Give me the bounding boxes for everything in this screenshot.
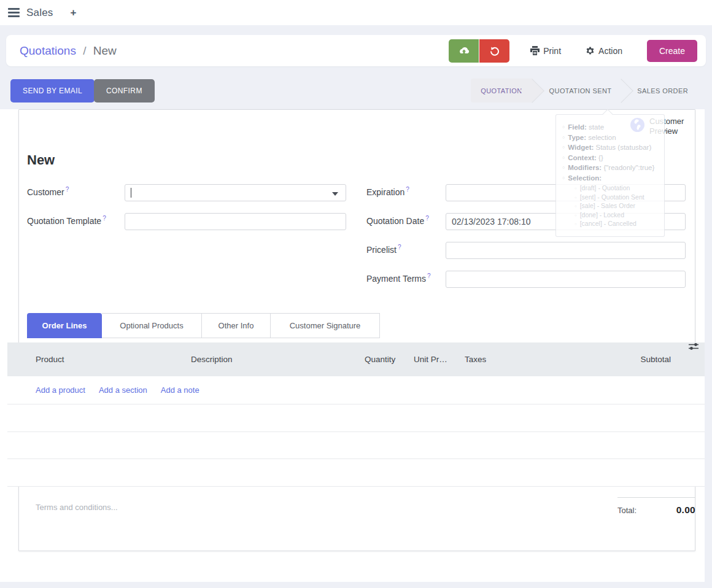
- state-quotation-label: QUOTATION: [481, 87, 522, 95]
- statusbar: QUOTATION QUOTATION SENT SALES ORDER: [471, 79, 698, 103]
- breadcrumb-separator: /: [83, 44, 86, 57]
- quotation-template-label: Quotation Template?: [27, 215, 106, 226]
- customer-input[interactable]: [125, 184, 346, 201]
- help-marker: ?: [66, 186, 69, 193]
- printer-icon: [530, 46, 540, 55]
- tab-other-info[interactable]: Other Info: [202, 313, 271, 338]
- help-marker: ?: [425, 215, 429, 222]
- optional-columns-icon[interactable]: [689, 342, 698, 351]
- state-quotation-sent[interactable]: QUOTATION SENT: [532, 79, 622, 103]
- tab-customer-signature[interactable]: Customer Signature: [271, 313, 380, 338]
- total-divider: [617, 497, 695, 498]
- help-marker: ?: [103, 215, 106, 222]
- table-add-row: Add a product Add a section Add a note: [7, 376, 705, 404]
- pricelist-label: Pricelist?: [366, 244, 401, 255]
- total-label: Total:: [617, 506, 637, 515]
- print-menu[interactable]: Print: [530, 46, 561, 56]
- tooltip-selection-list: [draft] - Quotation [sent] - Quotation S…: [575, 184, 658, 229]
- add-a-note-link[interactable]: Add a note: [161, 385, 199, 395]
- print-label: Print: [543, 46, 561, 56]
- expiration-label: Expiration?: [366, 186, 409, 197]
- column-quantity[interactable]: Quantity: [365, 342, 397, 376]
- tab-order-lines[interactable]: Order Lines: [27, 313, 102, 338]
- terms-and-conditions-input[interactable]: Terms and conditions...: [36, 503, 118, 512]
- total-row: Total: 0.00: [617, 505, 695, 516]
- help-marker: ?: [427, 273, 431, 279]
- chevron-down-icon[interactable]: [332, 192, 338, 196]
- breadcrumb: Quotations / New: [20, 44, 117, 58]
- column-taxes[interactable]: Taxes: [465, 342, 486, 376]
- debug-field-tooltip: Field: state Type: selection Widget: Sta…: [555, 114, 665, 237]
- undo-icon: [490, 46, 500, 56]
- table-row[interactable]: [7, 404, 705, 432]
- column-subtotal[interactable]: Subtotal: [640, 342, 671, 376]
- help-marker: ?: [406, 186, 409, 193]
- send-by-email-button[interactable]: SEND BY EMAIL: [10, 79, 95, 103]
- action-label: Action: [598, 46, 622, 56]
- customer-label: Customer?: [27, 186, 69, 197]
- text-caret: [131, 188, 131, 198]
- gear-icon: [586, 46, 595, 55]
- discard-button[interactable]: [479, 39, 509, 63]
- tab-optional-products[interactable]: Optional Products: [102, 313, 202, 338]
- create-button[interactable]: Create: [647, 40, 697, 62]
- record-title: New: [27, 152, 55, 168]
- new-window-icon[interactable]: +: [71, 7, 77, 19]
- table-header: Product Description Quantity Unit Price …: [7, 342, 705, 376]
- top-navbar: Sales +: [0, 0, 712, 25]
- column-description[interactable]: Description: [191, 342, 233, 376]
- total-value: 0.00: [676, 505, 695, 516]
- column-unit-price[interactable]: Unit Price: [414, 342, 449, 376]
- pricelist-input[interactable]: [446, 242, 686, 259]
- app-name[interactable]: Sales: [26, 7, 53, 19]
- apps-menu-icon[interactable]: [8, 8, 20, 17]
- confirm-button[interactable]: CONFIRM: [94, 79, 155, 103]
- action-menu[interactable]: Action: [586, 46, 622, 56]
- add-a-product-link[interactable]: Add a product: [36, 385, 85, 395]
- quotation-date-label: Quotation Date?: [366, 215, 429, 226]
- state-quotation[interactable]: QUOTATION: [471, 79, 532, 103]
- table-row[interactable]: [7, 432, 705, 460]
- cloud-upload-icon: [458, 46, 470, 55]
- notebook-tabs: Order Lines Optional Products Other Info…: [27, 313, 380, 338]
- quotation-template-input[interactable]: [125, 213, 346, 230]
- breadcrumb-current: New: [93, 44, 117, 57]
- save-button[interactable]: [449, 39, 479, 63]
- help-marker: ?: [398, 244, 401, 250]
- add-a-section-link[interactable]: Add a section: [99, 385, 147, 395]
- column-product[interactable]: Product: [36, 342, 64, 376]
- table-row[interactable]: [7, 459, 705, 487]
- order-lines-table: Product Description Quantity Unit Price …: [7, 342, 705, 486]
- payment-terms-input[interactable]: [446, 271, 686, 288]
- control-panel: Quotations / New Print: [6, 35, 706, 66]
- breadcrumb-quotations[interactable]: Quotations: [20, 44, 76, 57]
- payment-terms-label: Payment Terms?: [366, 273, 431, 284]
